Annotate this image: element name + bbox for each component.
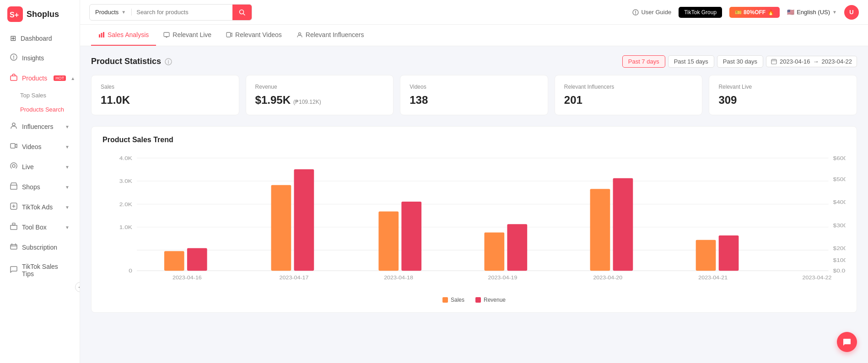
product-statistics-title-text: Product Statistics bbox=[91, 57, 161, 66]
videos-icon bbox=[10, 142, 17, 151]
date-range-picker[interactable]: 2023-04-16 → 2023-04-22 bbox=[766, 56, 857, 67]
sidebar-item-influencers-label: Influencers bbox=[22, 123, 53, 130]
sidebar-collapse-button[interactable]: ◀ bbox=[75, 282, 80, 292]
tab-relevant-live[interactable]: Relevant Live bbox=[156, 25, 219, 46]
top-sales-label: Top Sales bbox=[20, 92, 46, 99]
svg-rect-38 bbox=[164, 251, 184, 271]
svg-point-17 bbox=[298, 33, 301, 35]
search-button[interactable] bbox=[232, 4, 252, 21]
svg-text:S+: S+ bbox=[10, 11, 19, 19]
tiktok-group-button[interactable]: TikTok Group bbox=[679, 7, 722, 18]
sidebar-item-influencers[interactable]: Influencers ▼ bbox=[3, 117, 77, 136]
svg-text:2023-04-16: 2023-04-16 bbox=[173, 275, 202, 280]
language-chevron: ▼ bbox=[832, 10, 837, 15]
user-guide-icon bbox=[632, 9, 639, 16]
stat-card-influencers: Relevant Influencers 201 bbox=[555, 75, 703, 115]
products-icon bbox=[10, 74, 17, 83]
chart-container: 4.0K 3.0K 2.0K 1.0K 0 $600.00 $500.00 $4… bbox=[102, 153, 846, 290]
language-label: English (US) bbox=[797, 9, 830, 16]
sidebar-item-tiktoksalestips[interactable]: TikTok Sales Tips bbox=[3, 258, 77, 283]
svg-point-4 bbox=[12, 123, 15, 126]
avatar[interactable]: U bbox=[844, 5, 859, 20]
toolbox-chevron: ▼ bbox=[65, 225, 70, 230]
influencers-icon bbox=[10, 122, 17, 131]
svg-text:$400.00: $400.00 bbox=[833, 199, 846, 205]
svg-rect-42 bbox=[294, 169, 314, 271]
sidebar-item-videos[interactable]: Videos ▼ bbox=[3, 137, 77, 156]
sidebar-item-products[interactable]: Products HOT ▲ bbox=[3, 69, 77, 88]
svg-text:$0.00: $0.00 bbox=[833, 267, 846, 274]
sidebar-sub-top-sales[interactable]: Top Sales bbox=[0, 88, 80, 102]
chart-legend: Sales Revenue bbox=[102, 297, 846, 303]
svg-rect-3 bbox=[11, 76, 17, 80]
date-range-arrow: → bbox=[813, 58, 819, 65]
svg-text:2023-04-22: 2023-04-22 bbox=[803, 275, 832, 280]
relevant-videos-tab-icon bbox=[226, 32, 232, 38]
stat-videos-value: 138 bbox=[410, 94, 428, 106]
svg-rect-12 bbox=[99, 34, 100, 37]
stat-revenue-sub: (₱109.12K) bbox=[293, 99, 321, 105]
toolbox-icon bbox=[10, 223, 17, 232]
logo[interactable]: S+ Shoplus bbox=[0, 0, 80, 28]
tab-relevant-influencers[interactable]: Relevant Influencers bbox=[289, 25, 372, 46]
dashboard-icon: ⊞ bbox=[10, 34, 16, 43]
tabs-bar: Sales Analysis Relevant Live Relevant Vi… bbox=[80, 25, 868, 46]
sidebar-item-shops-label: Shops bbox=[22, 183, 40, 191]
tab-relevant-live-label: Relevant Live bbox=[173, 31, 211, 38]
date-filters: Past 7 days Past 15 days Past 30 days 20… bbox=[622, 55, 857, 68]
sidebar-item-insights[interactable]: Insights bbox=[3, 48, 77, 68]
sidebar-item-dashboard-label: Dashboard bbox=[21, 35, 52, 42]
svg-rect-44 bbox=[378, 212, 399, 271]
legend-revenue-dot bbox=[475, 297, 481, 303]
sidebar-item-tiktokads[interactable]: TikTok Ads ▼ bbox=[3, 198, 77, 217]
svg-text:2023-04-18: 2023-04-18 bbox=[384, 275, 413, 280]
search-category-selector[interactable]: Products ▼ bbox=[90, 9, 132, 16]
stat-relevant-live-label: Relevant Live bbox=[718, 84, 847, 90]
user-guide-label: User Guide bbox=[641, 9, 671, 16]
relevant-live-tab-icon bbox=[163, 32, 170, 38]
products-hot-badge: HOT bbox=[54, 75, 66, 81]
videos-chevron: ▼ bbox=[65, 144, 70, 149]
svg-text:$100.00: $100.00 bbox=[833, 257, 846, 263]
stat-relevant-live-value: 309 bbox=[718, 94, 737, 106]
filter-past-30-days[interactable]: Past 30 days bbox=[717, 55, 763, 68]
sidebar-item-dashboard[interactable]: ⊞ Dashboard bbox=[3, 29, 77, 48]
tab-relevant-videos-label: Relevant Videos bbox=[235, 31, 282, 38]
products-search-label: Products Search bbox=[20, 106, 64, 113]
svg-rect-53 bbox=[696, 240, 716, 271]
stat-revenue-label: Revenue bbox=[255, 84, 384, 90]
filter-past-15-days[interactable]: Past 15 days bbox=[668, 55, 714, 68]
filter-past-7-days[interactable]: Past 7 days bbox=[622, 55, 665, 68]
chat-button[interactable] bbox=[837, 332, 857, 352]
legend-sales-dot bbox=[442, 297, 448, 303]
sidebar-item-shops[interactable]: Shops ▼ bbox=[3, 177, 77, 197]
svg-rect-50 bbox=[590, 189, 610, 271]
tab-relevant-videos[interactable]: Relevant Videos bbox=[219, 25, 289, 46]
sidebar-item-live[interactable]: Live ▼ bbox=[3, 157, 77, 176]
discount-label: 80%OFF bbox=[744, 9, 766, 16]
svg-text:2023-04-21: 2023-04-21 bbox=[698, 275, 728, 280]
search-input[interactable] bbox=[132, 9, 232, 16]
user-guide-button[interactable]: User Guide bbox=[632, 9, 671, 16]
svg-rect-48 bbox=[507, 224, 527, 271]
sidebar-item-tiktoksalestips-label: TikTok Sales Tips bbox=[22, 263, 70, 278]
discount-button[interactable]: 🎫 80%OFF 🔥 bbox=[729, 7, 780, 18]
search-category-label: Products bbox=[95, 9, 119, 16]
tiktoksalestips-icon bbox=[10, 266, 17, 275]
language-selector[interactable]: 🇺🇸 English (US) ▼ bbox=[787, 9, 837, 16]
legend-sales-label: Sales bbox=[451, 297, 464, 303]
sidebar-item-subscription[interactable]: Subscription bbox=[3, 238, 77, 257]
avatar-initials: U bbox=[849, 9, 853, 16]
influencers-chevron: ▼ bbox=[65, 124, 70, 129]
svg-rect-45 bbox=[401, 202, 421, 271]
sidebar-item-toolbox[interactable]: Tool Box ▼ bbox=[3, 218, 77, 237]
products-chevron: ▲ bbox=[70, 76, 75, 81]
sidebar-item-products-label: Products bbox=[22, 75, 47, 82]
stat-sales-label: Sales bbox=[101, 84, 230, 90]
svg-rect-41 bbox=[271, 185, 291, 271]
stat-card-relevant-live: Relevant Live 309 bbox=[709, 75, 857, 115]
tab-sales-analysis[interactable]: Sales Analysis bbox=[91, 25, 156, 46]
product-statistics-info-icon[interactable] bbox=[165, 58, 172, 65]
search-icon bbox=[239, 9, 245, 16]
sidebar-sub-products-search[interactable]: Products Search bbox=[0, 102, 80, 117]
